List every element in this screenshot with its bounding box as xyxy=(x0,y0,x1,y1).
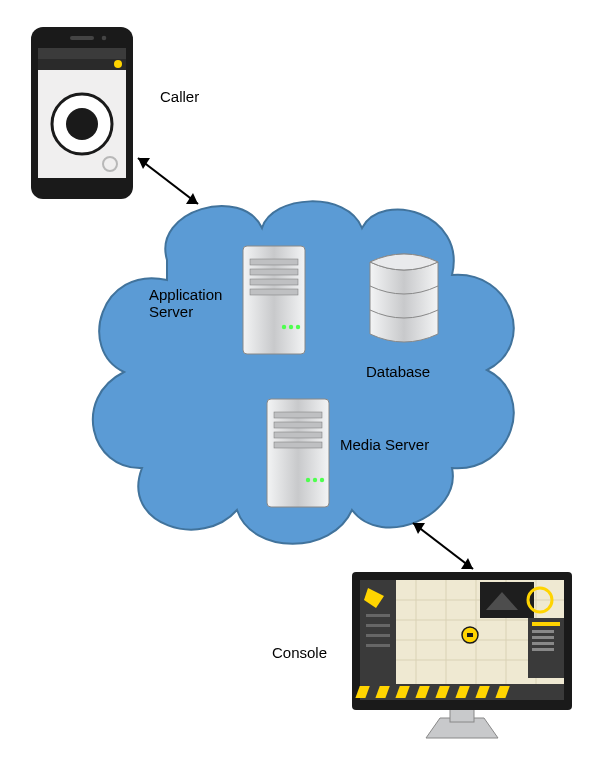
svg-marker-59 xyxy=(413,523,425,534)
svg-point-15 xyxy=(320,478,324,482)
svg-point-5 xyxy=(282,325,286,329)
phone-icon xyxy=(30,26,134,200)
svg-rect-35 xyxy=(366,624,390,627)
svg-rect-44 xyxy=(532,636,554,639)
svg-point-20 xyxy=(114,60,122,68)
svg-point-23 xyxy=(66,108,98,140)
svg-point-13 xyxy=(306,478,310,482)
media-server xyxy=(266,398,330,508)
svg-rect-43 xyxy=(532,630,554,633)
svg-rect-10 xyxy=(274,422,322,428)
svg-marker-60 xyxy=(461,558,473,569)
console-monitor xyxy=(350,570,574,742)
caller-label: Caller xyxy=(160,88,199,105)
svg-rect-36 xyxy=(366,634,390,637)
svg-rect-46 xyxy=(532,648,554,651)
media-server-label: Media Server xyxy=(340,436,429,453)
monitor-icon xyxy=(350,570,574,742)
server-tower-icon xyxy=(242,245,306,355)
svg-rect-19 xyxy=(38,59,126,70)
svg-rect-45 xyxy=(532,642,554,645)
caller-phone xyxy=(30,26,134,200)
svg-rect-4 xyxy=(250,289,298,295)
svg-rect-25 xyxy=(70,36,94,40)
svg-rect-1 xyxy=(250,259,298,265)
svg-rect-37 xyxy=(366,644,390,647)
server-tower-icon xyxy=(266,398,330,508)
svg-rect-30 xyxy=(450,708,474,722)
svg-line-58 xyxy=(413,523,473,569)
svg-line-27 xyxy=(138,158,198,204)
svg-rect-34 xyxy=(366,614,390,617)
database-label: Database xyxy=(366,363,430,380)
svg-marker-28 xyxy=(138,158,150,169)
svg-point-14 xyxy=(313,478,317,482)
application-server-label-line1: Application xyxy=(149,286,222,303)
svg-rect-11 xyxy=(274,432,322,438)
svg-rect-48 xyxy=(467,633,473,637)
database-cylinder-icon xyxy=(364,248,444,348)
svg-point-6 xyxy=(289,325,293,329)
application-server-label-line2: Server xyxy=(149,303,193,320)
database xyxy=(364,248,444,348)
application-server xyxy=(242,245,306,355)
svg-point-7 xyxy=(296,325,300,329)
arrow-cloud-console xyxy=(395,505,505,595)
svg-point-26 xyxy=(102,36,107,41)
svg-rect-2 xyxy=(250,269,298,275)
svg-rect-18 xyxy=(38,48,126,59)
svg-rect-3 xyxy=(250,279,298,285)
console-label: Console xyxy=(272,644,327,661)
svg-rect-12 xyxy=(274,442,322,448)
svg-marker-29 xyxy=(186,193,198,204)
svg-rect-9 xyxy=(274,412,322,418)
arrow-phone-cloud xyxy=(120,140,230,230)
svg-rect-42 xyxy=(532,622,560,626)
